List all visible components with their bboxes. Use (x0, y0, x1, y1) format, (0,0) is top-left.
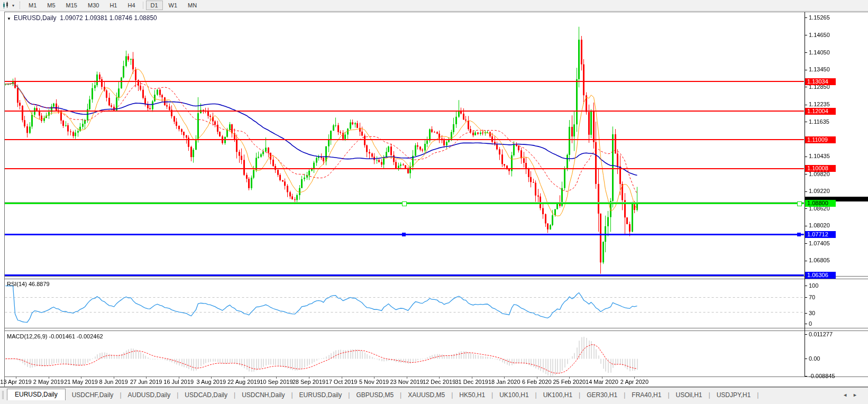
date-axis-label: 2 May 2019 (33, 379, 63, 385)
date-axis-label: 27 Jun 2019 (130, 379, 162, 385)
date-axis-label: 25 Feb 2020 (553, 379, 586, 385)
date-axis-label: 23 Nov 2019 (390, 379, 423, 385)
date-axis-label: 22 Aug 2019 (227, 379, 260, 385)
date-axis-label: 10 Sep 2019 (260, 379, 293, 385)
horizontal-line-1.12004[interactable] (5, 111, 804, 112)
macd-axis-tick (805, 334, 807, 335)
rsi-axis-tick (805, 297, 807, 298)
price-axis-tick (805, 226, 807, 226)
hline-price-badge: 1.12004 (805, 108, 836, 115)
price-axis-tick-label: 1.14650 (809, 32, 830, 38)
chart-tab-usdjpy-h1[interactable]: USDJPY,H1 (710, 390, 757, 401)
price-axis-tick (805, 87, 807, 87)
date-axis-tick (342, 377, 342, 379)
price-axis-tick (805, 105, 807, 105)
rsi-axis-tick-label: 0 (809, 320, 812, 327)
chart-tab-uk100-h1[interactable]: UK100,H1 (537, 390, 579, 401)
date-axis-label: 14 Mar 2020 (586, 379, 618, 385)
price-axis-tick (805, 243, 807, 244)
tab-scroll-right-icon[interactable]: ► (853, 392, 863, 398)
hline-price-badge: 1.13034 (805, 78, 836, 85)
chart-tab-usdchf-daily[interactable]: USDCHF,Daily (66, 390, 120, 401)
line-drag-handle[interactable] (797, 233, 801, 236)
price-axis-tick-label: 1.11635 (809, 118, 829, 125)
line-drag-handle[interactable] (402, 233, 406, 236)
date-axis-tick (472, 377, 472, 379)
chart-title: ▼EURUSD,Daily 1.09072 1.09381 1.08746 1.… (7, 14, 157, 22)
chart-tab-usdcad-daily[interactable]: USDCAD,Daily (178, 390, 234, 401)
chart-tab-eurusd-daily[interactable]: EURUSD,Daily (7, 389, 66, 401)
chart-tab-ger30-h1[interactable]: GER30,H1 (580, 390, 624, 401)
date-axis-tick (407, 377, 407, 379)
price-axis-line (805, 12, 805, 377)
chart-symbol-label: EURUSD,Daily (14, 14, 57, 22)
chart-tab-xauusd-m5[interactable]: XAUUSD,M5 (401, 390, 451, 401)
hline-price-badge: 1.08800 (805, 200, 836, 207)
date-axis-label: 12 Dec 2019 (423, 379, 455, 385)
chart-tab-bar: EURUSD,DailyUSDCHF,Daily|AUDUSD,Daily|US… (0, 387, 868, 401)
price-axis-tick (805, 261, 807, 261)
macd-axis-tick-label: 0.00 (809, 355, 820, 362)
price-axis-tick (805, 191, 807, 192)
hline-price-badge: 1.07712 (805, 231, 836, 238)
date-axis-tick (309, 377, 309, 379)
status-strip (0, 400, 868, 404)
chart-title-collapse-icon[interactable]: ▼ (7, 16, 11, 21)
date-axis-tick (602, 377, 602, 379)
chart-tab-usoil-h1[interactable]: USOil,H1 (670, 390, 709, 401)
horizontal-line-1.11009[interactable] (5, 139, 804, 140)
date-axis-tick (374, 377, 374, 379)
tab-bar-grip[interactable] (2, 391, 4, 399)
price-axis-tick-label: 1.10435 (809, 153, 830, 159)
horizontal-line-1.06306[interactable] (5, 274, 804, 276)
macd-axis-tick (805, 376, 807, 377)
chart-tab-audusd-daily[interactable]: AUDUSD,Daily (122, 390, 177, 401)
rsi-macd-splitter-lower[interactable] (4, 330, 868, 331)
chart-top-border (4, 12, 868, 12)
main-rsi-splitter-lower[interactable] (4, 279, 868, 279)
chart-tab-eurusd-daily[interactable]: EURUSD,Daily (293, 390, 349, 401)
chart-tab-hk50-h1[interactable]: HK50,H1 (453, 390, 491, 401)
date-axis-tick (569, 377, 570, 379)
date-axis-tick (634, 377, 635, 379)
tab-scroll-left-icon[interactable]: ◄ (843, 392, 853, 398)
date-axis-label: 28 Sep 2019 (293, 379, 325, 385)
chart-tab-fra40-h1[interactable]: FRA40,H1 (625, 390, 668, 401)
date-axis-label: 21 May 2019 (64, 379, 98, 385)
macd-axis-tick-label: 0.011277 (809, 331, 833, 337)
price-axis-tick (805, 174, 807, 175)
line-drag-handle[interactable] (402, 201, 407, 206)
date-axis-label: 13 Apr 2019 (0, 379, 31, 385)
date-axis-label: 31 Dec 2019 (455, 379, 488, 385)
line-drag-handle[interactable] (797, 201, 802, 206)
chart-tab-gbpusd-m5[interactable]: GBPUSD,M5 (350, 390, 400, 401)
rsi-indicator-label: RSI(14) 46.8879 (7, 281, 50, 287)
main-rsi-splitter[interactable] (4, 276, 868, 277)
price-axis-tick-label: 1.09220 (809, 188, 830, 194)
macd-indicator-label: MACD(12,26,9) -0.001461 -0.002462 (7, 333, 103, 339)
rsi-axis-tick-label: 70 (809, 294, 815, 300)
date-axis-label: 8 Jun 2019 (99, 379, 127, 385)
price-axis-tick (805, 70, 807, 70)
horizontal-line-1.13034[interactable] (5, 81, 804, 82)
chart-tab-usdcnh-daily[interactable]: USDCNH,Daily (235, 390, 291, 401)
rsi-axis-tick (805, 324, 807, 324)
date-axis-tick (276, 377, 277, 379)
date-axis-tick (211, 377, 212, 379)
date-axis-label: 5 Nov 2019 (359, 379, 389, 385)
chart-tab-uk100-h1[interactable]: UK100,H1 (493, 390, 535, 401)
price-axis-tick (805, 122, 807, 122)
date-axis-tick (114, 377, 114, 379)
date-axis-label: 17 Oct 2019 (326, 379, 358, 385)
date-axis-tick (244, 377, 244, 379)
price-axis-tick-label: 1.15265 (809, 14, 830, 21)
horizontal-line-1.10008[interactable] (5, 168, 804, 169)
rsi-macd-splitter[interactable] (4, 328, 868, 328)
price-axis-tick (805, 35, 807, 35)
price-axis-tick (805, 17, 807, 18)
date-axis-label: 3 Aug 2019 (196, 379, 226, 385)
price-axis-tick (805, 52, 807, 53)
price-axis-tick-label: 1.12235 (809, 101, 830, 107)
price-axis-tick-label: 1.08020 (809, 222, 830, 228)
price-axis-tick-label: 1.13450 (809, 66, 830, 72)
